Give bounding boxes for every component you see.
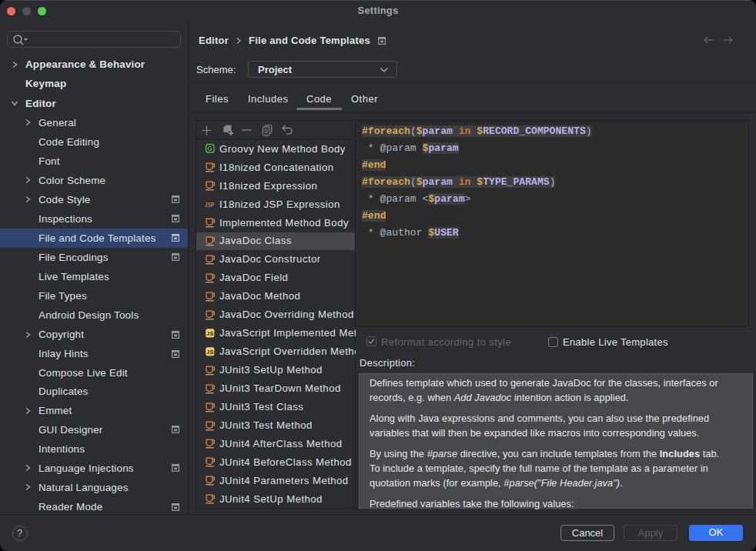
svg-text:JS: JS [206, 349, 213, 356]
svg-text:JSP: JSP [205, 200, 214, 209]
svg-text:JS: JS [206, 330, 213, 337]
svg-text:G: G [207, 145, 212, 152]
